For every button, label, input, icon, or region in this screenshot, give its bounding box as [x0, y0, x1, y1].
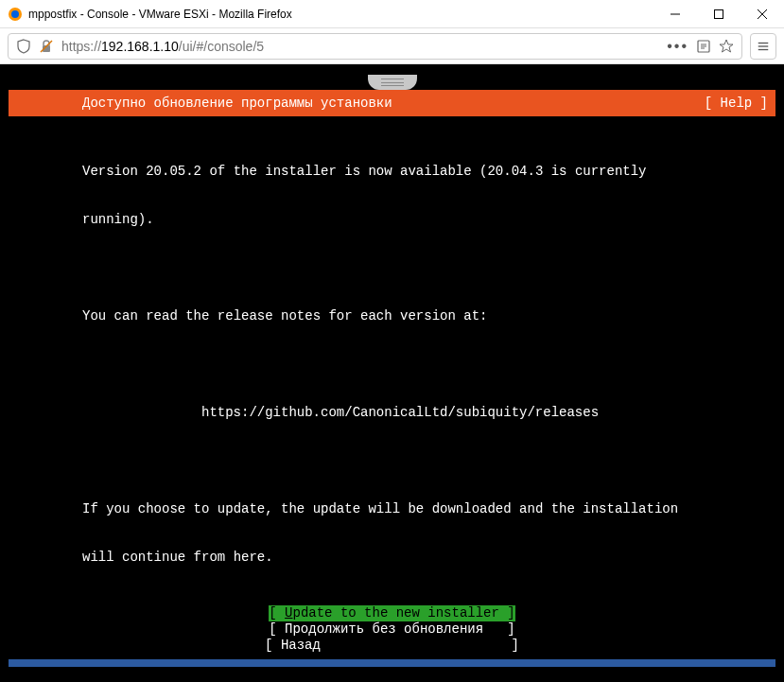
installer-header: Доступно обновление программы установки …	[9, 90, 775, 116]
release-url: https://github.com/CanonicalLtd/subiquit…	[82, 405, 768, 421]
url-text: https://192.168.1.10/ui/#/console/5	[61, 39, 659, 54]
drag-handle-icon	[368, 75, 417, 90]
url-host: 192.168.1.10	[101, 39, 179, 54]
svg-point-1	[11, 10, 19, 18]
bookmark-star-icon[interactable]	[719, 39, 734, 54]
text-line: You can read the release notes for each …	[82, 308, 768, 324]
back-button[interactable]: [ Назад ]	[265, 638, 519, 654]
blank-line	[82, 260, 768, 276]
continue-without-update-button[interactable]: [ Продолжить без обновления ]	[269, 621, 514, 638]
text-line: running).	[82, 212, 768, 228]
page-actions-icon[interactable]: •••	[667, 38, 688, 55]
firefox-icon	[8, 7, 23, 22]
menu-button[interactable]	[750, 33, 776, 60]
update-installer-button[interactable]: [ Update to the new installer ]	[269, 605, 514, 621]
address-bar: https://192.168.1.10/ui/#/console/5 •••	[0, 28, 784, 64]
window-title: mppostfix - Console - VMware ESXi - Mozi…	[28, 8, 653, 21]
installer-header-title: Доступно обновление программы установки	[16, 96, 705, 111]
pull-tab[interactable]	[9, 75, 775, 90]
text-line: will continue from here.	[82, 550, 768, 566]
action-menu: [ Update to the new installer ] [ Продол…	[9, 605, 775, 654]
shield-icon[interactable]	[16, 39, 31, 54]
help-button[interactable]: [ Help ]	[705, 96, 768, 111]
window-controls	[653, 0, 784, 27]
url-input[interactable]: https://192.168.1.10/ui/#/console/5 •••	[8, 33, 742, 60]
text-line: If you choose to update, the update will…	[82, 501, 768, 517]
maximize-button[interactable]	[697, 0, 740, 27]
text-line: Version 20.05.2 of the installer is now …	[82, 164, 768, 180]
blank-line	[82, 357, 768, 373]
footer-strip	[9, 659, 775, 667]
close-button[interactable]	[740, 0, 784, 27]
reader-view-icon[interactable]	[696, 39, 711, 54]
lock-warning-icon[interactable]	[39, 39, 54, 54]
console-body: Version 20.05.2 of the installer is now …	[9, 116, 775, 659]
svg-rect-3	[715, 9, 723, 18]
minimize-button[interactable]	[653, 0, 697, 27]
console-viewport: Доступно обновление программы установки …	[0, 64, 784, 682]
window-titlebar: mppostfix - Console - VMware ESXi - Mozi…	[0, 0, 784, 28]
url-path: /ui/#/console/5	[179, 39, 264, 54]
url-prefix: https://	[61, 39, 101, 54]
blank-line	[82, 453, 768, 469]
